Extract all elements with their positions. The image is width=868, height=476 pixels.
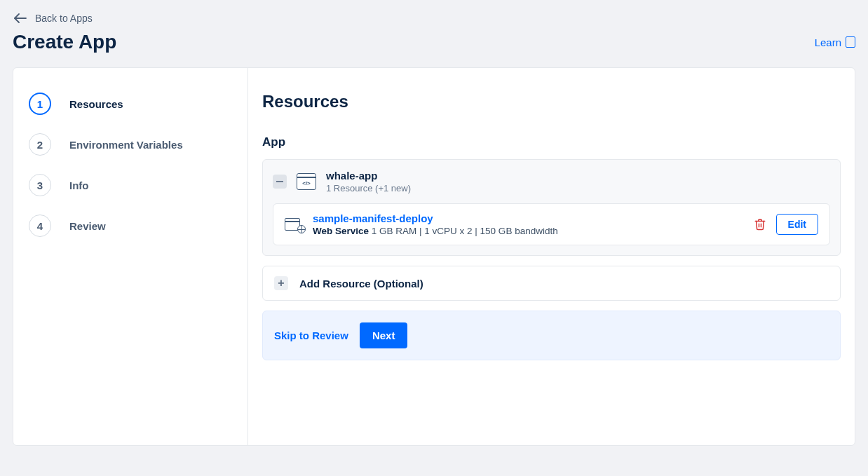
resource-type: Web Service	[313, 226, 369, 236]
book-icon	[846, 36, 855, 48]
step-info[interactable]: 3 Info	[27, 165, 233, 205]
footer-panel: Skip to Review Next	[262, 311, 841, 360]
step-label: Review	[69, 220, 106, 232]
collapse-button[interactable]	[273, 175, 287, 189]
app-icon: </>	[297, 173, 316, 190]
delete-button[interactable]	[754, 218, 766, 231]
app-name: whale-app	[326, 170, 411, 182]
step-number: 1	[29, 93, 51, 115]
resource-details: Web Service 1 GB RAM | 1 vCPU x 2 | 150 …	[313, 226, 744, 236]
learn-link[interactable]: Learn	[815, 36, 855, 48]
step-environment-variables[interactable]: 2 Environment Variables	[27, 124, 233, 165]
step-review[interactable]: 4 Review	[27, 205, 233, 246]
step-number: 2	[29, 133, 51, 156]
skip-to-review-button[interactable]: Skip to Review	[274, 329, 348, 341]
learn-label: Learn	[815, 36, 841, 48]
back-label: Back to Apps	[35, 13, 93, 24]
resource-name-link[interactable]: sample-manifest-deploy	[313, 212, 744, 224]
resource-row: sample-manifest-deploy Web Service 1 GB …	[273, 203, 830, 245]
next-button[interactable]: Next	[360, 322, 408, 348]
main-heading: Resources	[262, 92, 841, 111]
wizard-sidebar: 1 Resources 2 Environment Variables 3 In…	[13, 68, 248, 445]
web-service-icon	[285, 218, 303, 231]
app-subtitle: 1 Resource (+1 new)	[326, 183, 411, 193]
add-resource-button[interactable]: + Add Resource (Optional)	[262, 266, 841, 301]
resource-specs: 1 GB RAM | 1 vCPU x 2 | 150 GB bandwidth	[369, 226, 558, 236]
step-label: Info	[69, 179, 89, 191]
step-label: Resources	[69, 98, 123, 110]
page-title: Create App	[13, 31, 116, 53]
edit-button[interactable]: Edit	[776, 214, 818, 235]
step-resources[interactable]: 1 Resources	[27, 83, 233, 124]
step-number: 4	[29, 215, 51, 237]
add-resource-label: Add Resource (Optional)	[299, 278, 423, 290]
section-title-app: App	[262, 135, 841, 149]
arrow-left-icon	[14, 13, 27, 23]
main-content: Resources App </> whale-app 1 Resource (…	[248, 68, 855, 445]
back-to-apps-link[interactable]: Back to Apps	[14, 13, 93, 24]
step-label: Environment Variables	[69, 139, 183, 151]
minus-icon	[276, 181, 283, 182]
app-header: </> whale-app 1 Resource (+1 new)	[263, 160, 840, 203]
app-panel: </> whale-app 1 Resource (+1 new) sample…	[262, 159, 841, 256]
plus-icon: +	[274, 276, 288, 290]
main-card: 1 Resources 2 Environment Variables 3 In…	[13, 67, 855, 446]
step-number: 3	[29, 174, 51, 196]
